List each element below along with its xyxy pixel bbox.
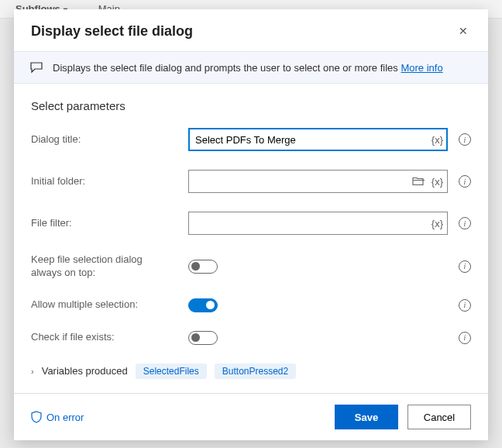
dialog-body: Select parameters Dialog title: {x} i In…: [14, 84, 488, 393]
section-title: Select parameters: [31, 99, 471, 112]
initial-folder-label: Initial folder:: [31, 175, 182, 188]
allow-multiple-toggle[interactable]: [188, 298, 218, 312]
dialog-header: Display select file dialog ✕: [14, 9, 488, 51]
check-exists-toggle[interactable]: [188, 331, 218, 345]
keep-on-top-label: Keep file selection dialog always on top…: [31, 253, 182, 280]
info-banner: Displays the select file dialog and prom…: [14, 51, 488, 84]
variable-pill[interactable]: SelectedFiles: [136, 364, 207, 379]
speech-bubble-icon: [29, 61, 43, 74]
dialog-title: Display select file dialog: [31, 23, 193, 40]
file-filter-label: File filter:: [31, 217, 182, 230]
keep-on-top-toggle[interactable]: [188, 260, 218, 274]
folder-browse-icon[interactable]: [412, 177, 425, 187]
close-icon[interactable]: ✕: [456, 22, 471, 40]
initial-folder-input[interactable]: [188, 170, 448, 193]
variables-produced-label: Variables produced: [42, 365, 128, 377]
info-icon[interactable]: i: [459, 217, 471, 229]
variable-pill[interactable]: ButtonPressed2: [215, 364, 296, 379]
dialog-footer: On error Save Cancel: [14, 393, 488, 440]
info-icon[interactable]: i: [459, 133, 471, 146]
info-icon[interactable]: i: [459, 260, 471, 273]
file-filter-input[interactable]: [188, 212, 448, 235]
variable-insert-icon[interactable]: {x}: [432, 134, 443, 146]
dialog: Display select file dialog ✕ Displays th…: [14, 9, 488, 440]
chevron-right-icon[interactable]: ›: [31, 367, 34, 376]
on-error-link[interactable]: On error: [31, 411, 84, 423]
check-exists-label: Check if file exists:: [31, 331, 182, 344]
variable-insert-icon[interactable]: {x}: [432, 176, 443, 188]
cancel-button[interactable]: Cancel: [407, 405, 471, 429]
dialog-title-input[interactable]: [188, 128, 448, 151]
info-text: Displays the select file dialog and prom…: [53, 62, 443, 74]
shield-icon: [31, 411, 42, 423]
dialog-title-label: Dialog title:: [31, 133, 182, 146]
info-icon[interactable]: i: [459, 175, 471, 188]
save-button[interactable]: Save: [335, 405, 398, 429]
more-info-link[interactable]: More info: [401, 62, 442, 74]
info-icon[interactable]: i: [459, 332, 471, 344]
variables-produced-row: › Variables produced SelectedFiles Butto…: [31, 364, 471, 379]
info-icon[interactable]: i: [459, 299, 471, 312]
variable-insert-icon[interactable]: {x}: [432, 218, 443, 229]
allow-multiple-label: Allow multiple selection:: [31, 298, 182, 312]
